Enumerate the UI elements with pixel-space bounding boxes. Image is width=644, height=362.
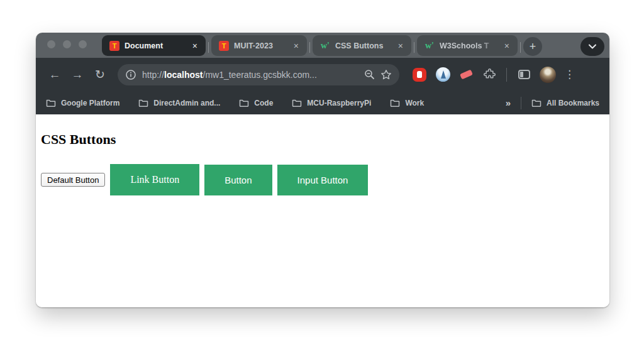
input-button[interactable]	[277, 165, 369, 195]
tab-muit-2023[interactable]: T MUIT-2023 ×	[211, 35, 307, 56]
tab-separator	[208, 42, 209, 53]
blue-extension-icon[interactable]	[435, 67, 450, 82]
zoom-out-icon[interactable]	[364, 69, 375, 80]
profile-avatar[interactable]	[540, 67, 556, 83]
tab-w3schools[interactable]: w' W3Schools T ×	[417, 35, 518, 56]
w3schools-favicon-icon: w'	[320, 41, 330, 51]
styled-button[interactable]: Button	[204, 165, 272, 195]
bookmark-mcu-raspberrypi[interactable]: MCU-RaspberryPi	[292, 99, 371, 107]
tab-title: MUIT-2023	[234, 41, 287, 50]
all-bookmarks-button[interactable]: All Bookmarks	[531, 99, 599, 107]
default-button[interactable]: Default Button	[41, 173, 105, 187]
folder-icon	[390, 99, 400, 107]
close-tab-icon[interactable]: ×	[502, 41, 511, 51]
tab-title: W3Schools T	[440, 41, 497, 50]
browser-menu-icon[interactable]: ⋮	[564, 68, 574, 81]
bookmarks-divider	[521, 97, 521, 109]
tab-css-buttons[interactable]: w' CSS Buttons ×	[313, 35, 411, 56]
bookmark-code[interactable]: Code	[239, 99, 273, 107]
folder-icon	[138, 99, 148, 107]
back-button[interactable]: ←	[46, 66, 64, 84]
extensions-puzzle-icon[interactable]	[482, 67, 497, 82]
bookmarks-bar: Google Platform DirectAdmin and... Code …	[36, 91, 609, 114]
url-text: http://localhost/mw1_teeratus.gcsbkk.com…	[142, 70, 358, 80]
page-content: CSS Buttons Default Button Link Button B…	[36, 114, 609, 307]
button-row: Default Button Link Button Button	[41, 164, 604, 195]
eraser-extension-icon[interactable]	[458, 67, 474, 82]
minimize-window-icon[interactable]	[63, 40, 71, 48]
close-window-icon[interactable]	[47, 40, 55, 48]
bookmark-directadmin[interactable]: DirectAdmin and...	[138, 99, 220, 107]
address-bar[interactable]: http://localhost/mw1_teeratus.gcsbkk.com…	[118, 64, 399, 85]
tab-strip: T Document × T MUIT-2023 × w' CSS Button…	[36, 33, 609, 58]
plus-icon: +	[530, 40, 536, 53]
link-button[interactable]: Link Button	[110, 164, 199, 195]
tab-title: Document	[125, 41, 186, 50]
muit-favicon-icon: T	[219, 41, 229, 51]
close-tab-icon[interactable]: ×	[292, 41, 301, 51]
folder-icon	[531, 99, 541, 107]
site-info-icon[interactable]	[125, 69, 136, 80]
tab-title: CSS Buttons	[335, 41, 391, 50]
tab-search-button[interactable]	[580, 37, 604, 56]
page-title: CSS Buttons	[41, 131, 604, 148]
extensions-area: ⋮	[412, 67, 574, 83]
forward-button[interactable]: →	[69, 66, 86, 84]
reload-button[interactable]: ↻	[91, 66, 109, 84]
bookmark-work[interactable]: Work	[390, 99, 424, 107]
tab-separator	[520, 42, 521, 53]
bookmarks-right-group: » All Bookmarks	[506, 97, 599, 109]
adblock-extension-icon[interactable]	[412, 67, 427, 82]
window-controls	[47, 40, 87, 48]
tab-separator	[309, 42, 310, 53]
bookmark-star-icon[interactable]	[380, 69, 392, 80]
toolbar: ← → ↻ http://localhost/mw1_teeratus.gcsb…	[36, 58, 609, 91]
close-tab-icon[interactable]: ×	[396, 41, 405, 51]
folder-icon	[239, 99, 249, 107]
bookmarks-overflow-chevron[interactable]: »	[506, 97, 511, 108]
side-panel-icon[interactable]	[516, 67, 531, 82]
folder-icon	[292, 99, 302, 107]
tab-separator	[414, 42, 414, 53]
bookmark-google-platform[interactable]: Google Platform	[46, 99, 119, 107]
close-tab-icon[interactable]: ×	[191, 41, 199, 51]
chevron-down-icon	[589, 44, 596, 49]
document-favicon-icon: T	[109, 41, 119, 51]
tab-document[interactable]: T Document ×	[102, 35, 206, 56]
folder-icon	[46, 99, 56, 107]
new-tab-button[interactable]: +	[523, 37, 542, 56]
zoom-window-icon[interactable]	[79, 40, 87, 48]
toolbar-divider	[506, 68, 507, 82]
w3schools-favicon-icon: w'	[425, 41, 435, 51]
browser-window: T Document × T MUIT-2023 × w' CSS Button…	[36, 33, 609, 307]
